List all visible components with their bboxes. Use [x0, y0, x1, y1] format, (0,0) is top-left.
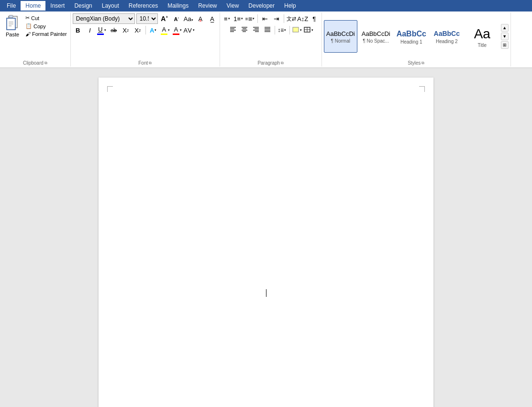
style-h2-card[interactable]: AaBbCc Heading 2	[430, 20, 464, 53]
multilevel-icon: ≡⊞	[245, 16, 252, 22]
bullets-button[interactable]: ≡ ▾	[222, 13, 233, 24]
char-border-button[interactable]: A̲̲	[207, 13, 218, 24]
char-spacing-dropdown[interactable]: ▾	[192, 28, 195, 32]
document-page[interactable]	[99, 78, 433, 407]
bold-button[interactable]: B	[73, 25, 83, 35]
subscript-button[interactable]: X2	[121, 25, 131, 35]
justify-button[interactable]	[262, 25, 273, 35]
borders-button[interactable]: ▾	[303, 25, 314, 35]
tab-mailings[interactable]: Mailings	[163, 1, 193, 11]
styles-scroll-up[interactable]: ▲	[501, 24, 509, 32]
superscript-button[interactable]: X2	[133, 25, 143, 35]
para-sep3	[275, 26, 275, 34]
line-spacing-button[interactable]: ↕≡ ▾	[277, 25, 288, 35]
highlight-dropdown[interactable]: ▾	[167, 28, 170, 32]
change-case-button[interactable]: Aa▾	[183, 13, 194, 24]
copy-label: Copy	[33, 23, 46, 29]
font-color-dropdown[interactable]: ▾	[179, 28, 182, 32]
char-spacing-button[interactable]: AV ▾	[184, 25, 195, 35]
style-title-label: Title	[477, 43, 487, 48]
align-right-button[interactable]	[251, 25, 261, 35]
underline-dropdown[interactable]: ▾	[104, 28, 107, 32]
tab-file[interactable]: File	[2, 1, 21, 11]
bullets-dropdown[interactable]: ▾	[228, 17, 231, 21]
font-name-select[interactable]: DengXian (Body) Arial Times New Roman Ca…	[73, 13, 135, 24]
styles-scroll-down[interactable]: ▼	[501, 33, 509, 40]
align-left-button[interactable]	[228, 25, 238, 35]
text-effects-dropdown[interactable]: ▾	[154, 28, 157, 32]
clipboard-expand-icon[interactable]: ⧉	[44, 61, 47, 66]
increase-font-button[interactable]: A+	[159, 13, 170, 24]
styles-expand[interactable]: ⊞	[501, 41, 509, 49]
show-marks-button[interactable]: ¶	[309, 13, 320, 24]
chinese-layout-button[interactable]: 文⇄	[286, 13, 297, 24]
cut-button[interactable]: ✂ Cut	[24, 14, 68, 22]
tab-references[interactable]: References	[124, 1, 163, 11]
style-title-card[interactable]: Aa Title	[466, 20, 499, 53]
para-sep4	[289, 26, 290, 34]
decrease-indent-button[interactable]: ⇤	[260, 13, 270, 24]
text-effects-button[interactable]: A ▾	[148, 25, 159, 35]
format-painter-icon: 🖌	[25, 31, 31, 37]
multilevel-button[interactable]: ≡⊞ ▾	[245, 13, 255, 24]
increase-indent-button[interactable]: ⇥	[271, 13, 282, 24]
styles-expand-icon[interactable]: ⧉	[421, 61, 424, 66]
highlight-button[interactable]: A ▾	[160, 25, 171, 35]
shading-button[interactable]: ▾	[292, 25, 302, 35]
tab-home[interactable]: Home	[21, 1, 45, 11]
multilevel-dropdown[interactable]: ▾	[252, 17, 255, 21]
clear-format-button[interactable]: A✕	[195, 13, 206, 24]
numbering-dropdown[interactable]: ▾	[241, 17, 244, 21]
decrease-font-button[interactable]: A-	[171, 13, 182, 24]
show-marks-icon: ¶	[312, 15, 316, 23]
tab-insert[interactable]: Insert	[45, 1, 69, 11]
align-center-button[interactable]	[239, 25, 250, 35]
change-case-icon: Aa▾	[184, 15, 193, 23]
numbering-button[interactable]: 1≡ ▾	[233, 13, 244, 24]
svg-rect-2	[9, 15, 13, 18]
font-color-button[interactable]: A ▾	[172, 25, 183, 35]
sort-icon: A↕Z	[297, 15, 308, 23]
text-cursor[interactable]	[266, 289, 266, 297]
font-color-icon: A	[173, 26, 179, 35]
style-normal-label: ¶ Normal	[331, 38, 350, 44]
paste-icon	[4, 14, 21, 32]
underline-button[interactable]: U ▾	[97, 25, 107, 35]
style-normal-card[interactable]: AaBbCcDi ¶ Normal	[324, 20, 357, 53]
format-painter-label: Format Painter	[32, 31, 67, 37]
borders-icon	[303, 26, 311, 34]
style-nospace-card[interactable]: AaBbCcDi ¶ No Spac...	[359, 20, 393, 53]
align-center-icon	[241, 26, 248, 34]
paste-label: Paste	[6, 32, 19, 37]
tab-view[interactable]: View	[222, 1, 244, 11]
document-area[interactable]	[0, 68, 532, 407]
font-expand-icon[interactable]: ⧉	[149, 61, 152, 66]
line-spacing-dropdown[interactable]: ▾	[284, 28, 287, 32]
shading-dropdown[interactable]: ▾	[299, 28, 302, 32]
font-row1: DengXian (Body) Arial Times New Roman Ca…	[73, 13, 218, 24]
italic-button[interactable]: I	[85, 25, 95, 35]
paragraph-expand-icon[interactable]: ⧉	[281, 61, 284, 66]
tab-design[interactable]: Design	[69, 1, 97, 11]
align-left-icon	[229, 26, 237, 34]
cursor-area[interactable]	[266, 289, 266, 297]
style-h1-preview: AaBbCc	[397, 29, 426, 38]
sort-button[interactable]: A↕Z	[298, 13, 308, 24]
style-h1-card[interactable]: AaBbCc Heading 1	[395, 20, 428, 53]
font-size-select[interactable]: 10.5 8 10 11 12 14 16 18 24 36	[136, 13, 158, 24]
line-spacing-icon: ↕≡	[277, 27, 284, 34]
tab-layout[interactable]: Layout	[97, 1, 124, 11]
highlight-icon: A	[161, 26, 167, 35]
increase-indent-icon: ⇥	[274, 15, 279, 23]
tab-review[interactable]: Review	[193, 1, 222, 11]
strikethrough-button[interactable]: ab̶	[109, 25, 119, 35]
font-group-label: Font ⧉	[73, 60, 218, 66]
tab-help[interactable]: Help	[279, 1, 301, 11]
font-content: DengXian (Body) Arial Times New Roman Ca…	[73, 13, 218, 59]
paste-button[interactable]: Paste	[2, 13, 23, 38]
paragraph-group: ≡ ▾ 1≡ ▾ ≡⊞ ▾ ⇤ ⇥	[220, 12, 322, 67]
borders-dropdown[interactable]: ▾	[311, 28, 314, 32]
format-painter-button[interactable]: 🖌 Format Painter	[24, 31, 68, 37]
tab-developer[interactable]: Developer	[244, 1, 279, 11]
copy-button[interactable]: 📋 Copy	[24, 23, 68, 30]
